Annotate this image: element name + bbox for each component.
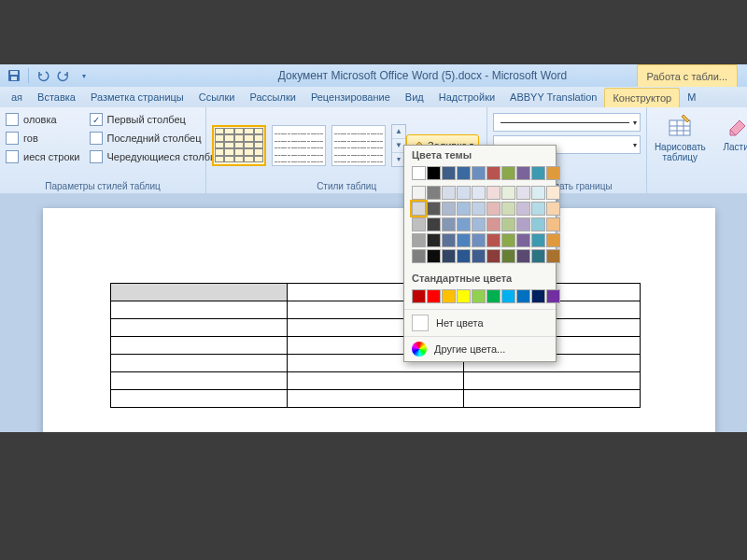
color-swatch[interactable] bbox=[472, 217, 486, 231]
color-swatch[interactable] bbox=[531, 186, 545, 200]
color-swatch[interactable] bbox=[427, 186, 441, 200]
color-swatch[interactable] bbox=[546, 217, 560, 231]
tab-references[interactable]: Ссылки bbox=[191, 87, 243, 107]
color-swatch[interactable] bbox=[412, 233, 426, 247]
color-swatch[interactable] bbox=[412, 289, 426, 303]
contextual-tab-label[interactable]: Работа с табли... bbox=[637, 64, 738, 87]
document-area[interactable] bbox=[0, 193, 747, 432]
color-swatch[interactable] bbox=[501, 289, 515, 303]
color-swatch[interactable] bbox=[472, 186, 486, 200]
color-swatch[interactable] bbox=[486, 202, 500, 216]
redo-icon[interactable] bbox=[55, 67, 72, 84]
qat-more-icon[interactable]: ▾ bbox=[76, 67, 92, 84]
color-swatch[interactable] bbox=[516, 249, 530, 263]
color-swatch[interactable] bbox=[501, 233, 515, 247]
color-swatch[interactable] bbox=[412, 186, 426, 200]
undo-icon[interactable] bbox=[35, 67, 51, 84]
color-swatch[interactable] bbox=[427, 289, 441, 303]
color-swatch[interactable] bbox=[531, 289, 545, 303]
color-swatch[interactable] bbox=[472, 249, 486, 263]
color-swatch[interactable] bbox=[412, 166, 426, 180]
color-swatch[interactable] bbox=[457, 233, 471, 247]
color-swatch[interactable] bbox=[486, 249, 500, 263]
tab-layout-partial[interactable]: М bbox=[680, 87, 703, 107]
color-swatch[interactable] bbox=[457, 166, 471, 180]
color-swatch[interactable] bbox=[427, 217, 441, 231]
color-swatch[interactable] bbox=[501, 249, 515, 263]
tab-design[interactable]: Конструктор bbox=[604, 88, 680, 107]
chevron-up-icon[interactable]: ▲ bbox=[392, 125, 405, 139]
color-swatch[interactable] bbox=[412, 202, 426, 216]
tab-mailings[interactable]: Рассылки bbox=[243, 87, 303, 107]
color-swatch[interactable] bbox=[427, 249, 441, 263]
color-swatch[interactable] bbox=[457, 217, 471, 231]
color-swatch[interactable] bbox=[486, 233, 500, 247]
color-swatch[interactable] bbox=[501, 217, 515, 231]
chk-first-column[interactable]: ✓Первый столбец bbox=[90, 113, 224, 126]
color-swatch[interactable] bbox=[442, 233, 456, 247]
color-swatch[interactable] bbox=[442, 202, 456, 216]
color-swatch[interactable] bbox=[457, 289, 471, 303]
tab-addins[interactable]: Надстройки bbox=[431, 87, 502, 107]
color-swatch[interactable] bbox=[516, 289, 530, 303]
color-swatch[interactable] bbox=[472, 166, 486, 180]
color-swatch[interactable] bbox=[442, 289, 456, 303]
color-swatch[interactable] bbox=[457, 202, 471, 216]
color-swatch[interactable] bbox=[546, 202, 560, 216]
color-swatch[interactable] bbox=[531, 217, 545, 231]
color-swatch[interactable] bbox=[501, 202, 515, 216]
color-swatch[interactable] bbox=[501, 166, 515, 180]
save-icon[interactable] bbox=[6, 67, 22, 84]
color-swatch[interactable] bbox=[546, 233, 560, 247]
color-swatch[interactable] bbox=[531, 166, 545, 180]
color-swatch[interactable] bbox=[546, 289, 560, 303]
tab-abbyy[interactable]: ABBYY Translation bbox=[502, 87, 604, 107]
chk-header-row[interactable]: оловка bbox=[6, 113, 80, 126]
color-swatch[interactable] bbox=[516, 233, 530, 247]
color-swatch[interactable] bbox=[442, 186, 456, 200]
color-swatch[interactable] bbox=[412, 249, 426, 263]
chk-banded-columns[interactable]: Чередующиеся столбцы bbox=[90, 150, 224, 163]
tab-view[interactable]: Вид bbox=[398, 87, 431, 107]
color-swatch[interactable] bbox=[472, 233, 486, 247]
color-swatch[interactable] bbox=[516, 202, 530, 216]
color-swatch[interactable] bbox=[427, 202, 441, 216]
color-swatch[interactable] bbox=[486, 217, 500, 231]
color-swatch[interactable] bbox=[486, 166, 500, 180]
color-swatch[interactable] bbox=[516, 186, 530, 200]
chk-total-row[interactable]: гов bbox=[6, 132, 80, 145]
color-swatch[interactable] bbox=[501, 186, 515, 200]
color-swatch[interactable] bbox=[427, 233, 441, 247]
color-swatch[interactable] bbox=[546, 166, 560, 180]
color-swatch[interactable] bbox=[427, 166, 441, 180]
color-swatch[interactable] bbox=[457, 186, 471, 200]
color-swatch[interactable] bbox=[516, 217, 530, 231]
no-color-item[interactable]: Нет цвета bbox=[404, 309, 556, 336]
color-swatch[interactable] bbox=[442, 249, 456, 263]
more-colors-item[interactable]: Другие цвета... bbox=[404, 336, 556, 361]
pen-style-combo[interactable]: ▾ bbox=[493, 113, 641, 132]
color-swatch[interactable] bbox=[531, 202, 545, 216]
color-swatch[interactable] bbox=[546, 186, 560, 200]
color-swatch[interactable] bbox=[486, 186, 500, 200]
color-swatch[interactable] bbox=[472, 289, 486, 303]
color-swatch[interactable] bbox=[486, 289, 500, 303]
color-swatch[interactable] bbox=[442, 166, 456, 180]
draw-table-button[interactable]: Нарисовать таблицу bbox=[653, 111, 707, 164]
style-thumb-1[interactable] bbox=[212, 125, 266, 166]
color-swatch[interactable] bbox=[516, 166, 530, 180]
style-thumb-2[interactable] bbox=[272, 125, 326, 166]
tab-home-partial[interactable]: ая bbox=[4, 87, 30, 107]
document-table[interactable] bbox=[110, 283, 641, 408]
color-swatch[interactable] bbox=[457, 249, 471, 263]
chk-last-column[interactable]: Последний столбец bbox=[90, 132, 224, 145]
tab-page-layout[interactable]: Разметка страницы bbox=[83, 87, 191, 107]
color-swatch[interactable] bbox=[472, 202, 486, 216]
color-swatch[interactable] bbox=[442, 217, 456, 231]
tab-insert[interactable]: Вставка bbox=[30, 87, 83, 107]
color-swatch[interactable] bbox=[531, 249, 545, 263]
color-swatch[interactable] bbox=[546, 249, 560, 263]
style-thumb-3[interactable] bbox=[331, 125, 386, 166]
color-swatch[interactable] bbox=[531, 233, 545, 247]
eraser-button[interactable]: Ластик bbox=[711, 111, 747, 154]
